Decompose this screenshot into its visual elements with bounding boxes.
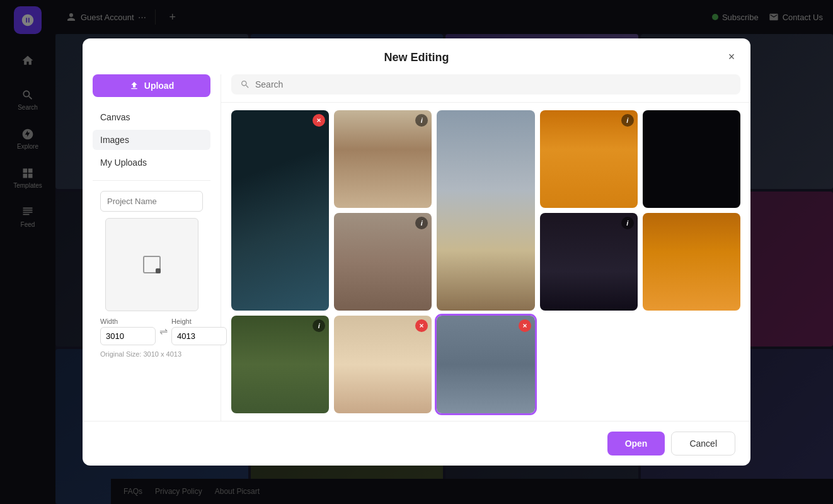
image-card[interactable] <box>334 316 432 413</box>
image-card[interactable] <box>643 110 740 208</box>
nav-canvas[interactable]: Canvas <box>93 107 210 127</box>
nav-my-uploads[interactable]: My Uploads <box>93 152 210 173</box>
right-panel: i i i i <box>221 74 750 421</box>
new-editing-modal: New Editing × Upload Canvas Images My Up… <box>83 38 750 466</box>
original-size: Original Size: 3010 x 4013 <box>100 350 203 358</box>
image-card[interactable]: i <box>231 316 329 413</box>
info-badge: i <box>415 217 428 229</box>
project-name-input[interactable] <box>100 191 203 212</box>
search-input[interactable] <box>255 79 732 89</box>
search-icon <box>240 79 250 89</box>
image-card[interactable] <box>437 110 534 311</box>
width-label: Width <box>100 318 156 325</box>
cancel-btn[interactable]: Cancel <box>671 432 735 455</box>
info-badge: i <box>415 114 428 127</box>
upload-btn[interactable]: Upload <box>93 74 210 97</box>
image-grid: i i i i <box>221 103 750 421</box>
link-dimensions-icon: ⇌ <box>159 325 168 337</box>
canvas-preview <box>105 218 198 311</box>
project-setup: Width ⇌ Height Original Size: 3010 x 401… <box>93 180 210 368</box>
red-badge-icon <box>415 319 428 332</box>
width-input[interactable] <box>100 327 156 345</box>
nav-images[interactable]: Images <box>93 130 210 150</box>
image-card[interactable]: i <box>334 110 432 208</box>
height-label: Height <box>171 318 227 325</box>
modal-header: New Editing × <box>83 38 750 64</box>
search-input-wrap <box>231 74 740 94</box>
info-badge: i <box>313 319 325 332</box>
info-badge: i <box>621 114 634 127</box>
image-card-selected[interactable] <box>437 316 534 413</box>
modal-footer: Open Cancel <box>83 421 750 466</box>
image-card[interactable] <box>643 213 740 311</box>
height-input[interactable] <box>171 327 227 345</box>
red-badge-icon <box>519 319 531 332</box>
search-bar <box>221 74 750 103</box>
modal-body: Upload Canvas Images My Uploads Width <box>83 64 750 421</box>
info-badge: i <box>621 217 634 229</box>
modal-title: New Editing <box>384 51 449 64</box>
upload-btn-label: Upload <box>144 81 174 91</box>
canvas-resize-icon <box>143 256 161 273</box>
dimension-row: Width ⇌ Height <box>100 318 203 345</box>
red-badge-icon <box>313 114 325 127</box>
open-btn[interactable]: Open <box>607 432 665 455</box>
left-panel: Upload Canvas Images My Uploads Width <box>83 74 221 421</box>
image-card[interactable]: i <box>540 213 638 311</box>
image-card[interactable]: i <box>334 213 432 311</box>
image-card[interactable] <box>231 110 329 311</box>
image-card[interactable]: i <box>540 110 638 208</box>
modal-overlay: New Editing × Upload Canvas Images My Up… <box>0 0 833 504</box>
modal-close-btn[interactable]: × <box>723 49 740 66</box>
